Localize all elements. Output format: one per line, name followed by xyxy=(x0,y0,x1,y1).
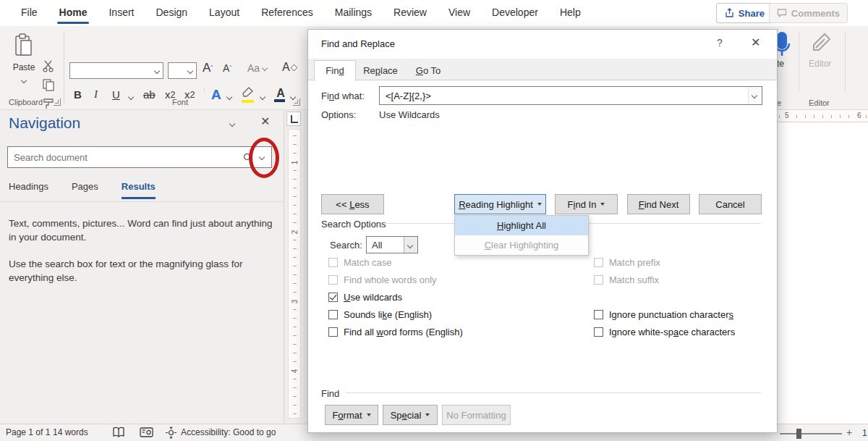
vertical-ruler: 1 2 3 4 xyxy=(284,110,307,424)
dialog-title: Find and Replace xyxy=(321,38,395,49)
highlight-button[interactable] xyxy=(240,87,256,103)
checkbox-find-all-word-forms[interactable]: Find all word forms (English) xyxy=(328,327,463,337)
zoom-slider[interactable] xyxy=(780,433,842,434)
menu-home[interactable]: Home xyxy=(48,0,98,26)
menu-references[interactable]: References xyxy=(250,0,324,26)
font-name-combo[interactable] xyxy=(69,62,163,79)
reading-highlight-menu: Highlight All Clear Highlighting xyxy=(454,215,589,256)
find-what-input[interactable]: <[A-Z]{2,}> xyxy=(379,86,762,105)
checkbox-match-prefix[interactable]: Match prefix xyxy=(594,257,660,268)
text-effects-button[interactable]: A xyxy=(211,87,221,103)
menu-design[interactable]: Design xyxy=(145,0,198,26)
tab-pages[interactable]: Pages xyxy=(72,181,98,199)
menu-insert[interactable]: Insert xyxy=(98,0,145,26)
options-value: Use Wildcards xyxy=(379,109,440,120)
navigation-pane-title: Navigation xyxy=(9,114,80,132)
menu-item-clear-highlighting[interactable]: Clear Highlighting xyxy=(455,235,588,255)
menu-review[interactable]: Review xyxy=(383,0,438,26)
page-count-label[interactable]: Page 1 of 1 xyxy=(6,427,50,437)
zoom-in-icon[interactable]: + xyxy=(846,427,852,438)
dropdown-triangle-icon xyxy=(425,413,430,416)
editor-button-label[interactable]: Editor xyxy=(809,59,831,69)
cancel-button[interactable]: Cancel xyxy=(699,194,762,214)
reading-highlight-button[interactable]: Reading Highlight xyxy=(454,194,546,214)
menu-file[interactable]: File xyxy=(10,0,48,26)
italic-button[interactable]: I xyxy=(94,88,98,101)
tab-selector[interactable] xyxy=(286,112,301,126)
dialog-help-icon[interactable]: ? xyxy=(717,37,723,49)
menu-developer[interactable]: Developer xyxy=(481,0,549,26)
checkbox-match-case[interactable]: Match case xyxy=(328,257,391,268)
underline-dropdown-icon[interactable] xyxy=(128,94,134,100)
menu-mailings[interactable]: Mailings xyxy=(324,0,383,26)
highlight-dropdown-icon[interactable] xyxy=(260,94,265,100)
checkbox-match-suffix[interactable]: Match suffix xyxy=(594,274,659,285)
search-direction-dropdown-icon[interactable] xyxy=(404,237,417,253)
less-button[interactable]: << Less xyxy=(321,194,384,214)
paste-button[interactable]: Paste xyxy=(9,33,39,100)
annotation-circle xyxy=(249,138,279,178)
document-area: 5 6 xyxy=(778,110,868,424)
tab-goto[interactable]: Go To xyxy=(405,61,451,80)
search-direction-combo[interactable]: All xyxy=(366,236,418,253)
change-case-button[interactable]: Aa xyxy=(247,62,267,74)
no-formatting-button[interactable]: No Formatting xyxy=(442,405,511,425)
navigation-pane: Navigation ✕ Search document Headings Pa… xyxy=(0,110,284,424)
ribbon-separator xyxy=(64,30,64,105)
text-effects-dropdown-icon[interactable] xyxy=(226,94,232,100)
accessibility-status-label[interactable]: Accessibility: Good to go xyxy=(181,427,276,437)
menu-layout[interactable]: Layout xyxy=(198,0,250,26)
underline-button[interactable]: U xyxy=(112,88,120,101)
checkbox-sounds-like[interactable]: Sounds like (English) xyxy=(328,309,432,320)
zoom-slider-handle[interactable] xyxy=(796,429,801,439)
find-next-button[interactable]: Find Next xyxy=(627,194,690,214)
dialog-close-icon[interactable]: ✕ xyxy=(751,35,760,49)
shrink-font-button[interactable]: Aˇ xyxy=(223,62,231,74)
format-button[interactable]: Format xyxy=(325,405,378,425)
tab-replace[interactable]: Replace xyxy=(356,61,405,80)
checkbox-ignore-whitespace[interactable]: Ignore white-space characters xyxy=(594,327,735,337)
special-button[interactable]: Special xyxy=(383,405,438,425)
paste-label: Paste xyxy=(9,62,39,72)
navigation-tabs: Headings Pages Results xyxy=(9,181,156,199)
ribbon-right-fragment: tate Editor ice Editor xyxy=(767,26,868,110)
tab-find[interactable]: Find xyxy=(314,60,356,81)
copy-button[interactable] xyxy=(42,78,55,94)
checkbox-ignore-punctuation[interactable]: Ignore punctuation characters xyxy=(594,309,733,320)
vertical-ruler-number: 3 xyxy=(291,298,299,306)
menu-view[interactable]: View xyxy=(438,0,481,26)
word-count-label[interactable]: 14 words xyxy=(53,427,88,437)
navigation-close-icon[interactable]: ✕ xyxy=(260,114,270,128)
navigation-results-help-text: Text, comments, pictures... Word can fin… xyxy=(9,217,273,285)
tab-results[interactable]: Results xyxy=(122,181,156,199)
font-dialog-launcher[interactable] xyxy=(293,98,300,106)
editor-icon[interactable] xyxy=(810,32,832,54)
proofing-icon[interactable] xyxy=(112,427,125,439)
word-application-window: File Home Insert Design Layout Reference… xyxy=(0,0,868,441)
font-color-button[interactable]: A xyxy=(273,87,288,103)
navigation-options-chevron-icon[interactable] xyxy=(229,121,235,127)
zoom-percentage-partial[interactable]: 1 xyxy=(862,428,867,438)
menu-help[interactable]: Help xyxy=(549,0,592,26)
share-icon xyxy=(724,8,734,18)
grow-font-button[interactable]: Aˆ xyxy=(203,61,213,75)
menu-item-highlight-all[interactable]: Highlight All xyxy=(455,216,588,235)
cut-button[interactable] xyxy=(42,59,55,75)
accessibility-icon[interactable] xyxy=(165,427,177,439)
tab-headings[interactable]: Headings xyxy=(9,181,48,199)
checkbox-find-whole-words[interactable]: Find whole words only xyxy=(328,274,437,285)
search-document-input[interactable]: Search document xyxy=(7,146,272,168)
checkbox-use-wildcards[interactable]: Use wildcards xyxy=(328,292,402,303)
clipboard-dialog-launcher[interactable] xyxy=(54,98,61,106)
strikethrough-button[interactable]: ab xyxy=(143,88,156,101)
find-in-button[interactable]: Find In xyxy=(555,194,618,214)
bold-button[interactable]: B xyxy=(74,88,82,101)
paste-dropdown-icon[interactable] xyxy=(21,77,27,83)
macro-record-icon[interactable] xyxy=(140,427,153,438)
find-what-dropdown-icon[interactable] xyxy=(748,87,762,104)
comments-button[interactable]: Comments xyxy=(769,3,848,23)
share-button[interactable]: Share xyxy=(716,3,773,23)
clear-formatting-button[interactable]: A xyxy=(282,61,297,74)
highlight-icon xyxy=(240,87,255,98)
font-size-combo[interactable] xyxy=(168,62,197,79)
